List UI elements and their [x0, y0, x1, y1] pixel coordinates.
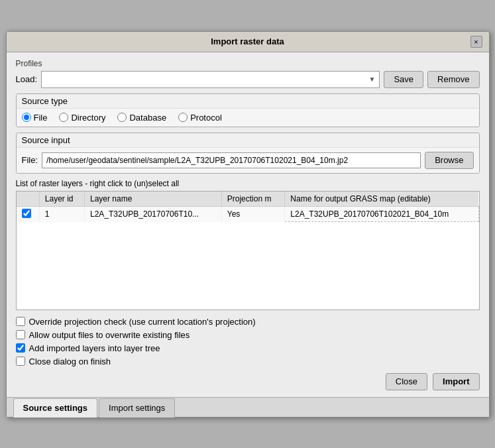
chk-close-on-finish-label: Close dialog on finish — [29, 357, 111, 366]
tab-source-settings[interactable]: Source settings — [13, 398, 98, 418]
col-checkbox — [17, 192, 40, 207]
dialog-title: Import raster data — [25, 36, 470, 46]
remove-button[interactable]: Remove — [427, 71, 479, 88]
source-type-section: Source type File Directory Database Prot… — [16, 93, 480, 127]
bottom-buttons: Close Import — [16, 373, 480, 390]
col-layer-id: Layer id — [39, 192, 84, 207]
chk-add-to-layer-tree-label: Add imported layers into layer tree — [29, 343, 160, 353]
save-button[interactable]: Save — [384, 71, 423, 88]
col-layer-name: Layer name — [84, 192, 221, 207]
col-projection: Projection m — [221, 192, 285, 207]
row-check-cell[interactable] — [17, 206, 40, 222]
row-checkbox[interactable] — [22, 209, 31, 218]
checkbox-override-projection[interactable]: Override projection check (use current l… — [16, 317, 480, 327]
radio-file-input[interactable] — [22, 113, 31, 122]
checkboxes-section: Override projection check (use current l… — [16, 317, 480, 366]
title-bar: Import raster data × — [7, 32, 489, 52]
profiles-label: Profiles — [16, 59, 480, 68]
source-type-label: Source type — [17, 94, 479, 109]
radio-database-label: Database — [129, 113, 166, 123]
radio-database[interactable]: Database — [117, 113, 166, 123]
chk-allow-overwrite-label: Allow output files to overwrite existing… — [29, 330, 190, 340]
dialog-body: Profiles Load: ▼ Save Remove Source type… — [7, 52, 489, 417]
layers-section: List of raster layers - right click to (… — [16, 179, 480, 310]
radio-protocol[interactable]: Protocol — [178, 113, 222, 123]
tab-import-settings[interactable]: Import settings — [99, 398, 175, 418]
checkbox-close-on-finish[interactable]: Close dialog on finish — [16, 357, 480, 366]
radio-file-label: File — [34, 113, 48, 123]
import-button[interactable]: Import — [433, 373, 479, 390]
file-path-display: /home/user/geodata/sentinel/sample/L2A_T… — [42, 152, 421, 168]
checkbox-add-to-layer-tree[interactable]: Add imported layers into layer tree — [16, 343, 480, 353]
radio-database-input[interactable] — [117, 113, 127, 122]
layers-table: Layer id Layer name Projection m Name fo… — [17, 192, 479, 223]
row-layer-name: L2A_T32UPB_20170706T10... — [84, 206, 221, 222]
chk-add-to-layer-tree[interactable] — [16, 343, 25, 353]
layers-label: List of raster layers - right click to (… — [16, 179, 480, 188]
radio-directory-label: Directory — [71, 113, 105, 123]
close-icon[interactable]: × — [470, 36, 482, 48]
profiles-row: Load: ▼ Save Remove — [16, 71, 480, 88]
layers-table-header: Layer id Layer name Projection m Name fo… — [17, 192, 479, 207]
radio-protocol-input[interactable] — [178, 113, 188, 122]
chk-override-projection[interactable] — [16, 317, 25, 326]
chk-override-projection-label: Override projection check (use current l… — [29, 317, 256, 327]
radio-file[interactable]: File — [22, 113, 48, 123]
load-label: Load: — [16, 74, 38, 84]
source-input-label: Source input — [17, 133, 479, 148]
import-raster-dialog: Import raster data × Profiles Load: ▼ Sa… — [6, 31, 490, 418]
radio-protocol-label: Protocol — [190, 113, 222, 123]
chk-close-on-finish[interactable] — [16, 357, 25, 366]
radio-directory[interactable]: Directory — [59, 113, 105, 123]
radio-directory-input[interactable] — [59, 113, 68, 122]
source-input-content: File: /home/user/geodata/sentinel/sample… — [17, 148, 479, 173]
profiles-combo[interactable]: ▼ — [41, 71, 380, 88]
layers-table-wrap[interactable]: Layer id Layer name Projection m Name fo… — [16, 191, 480, 310]
chk-allow-overwrite[interactable] — [16, 330, 25, 339]
combo-arrow-icon: ▼ — [369, 76, 376, 83]
source-input-section: Source input File: /home/user/geodata/se… — [16, 133, 480, 174]
col-output-name: Name for output GRASS map (editable) — [285, 192, 478, 207]
tabs-row: Source settings Import settings — [7, 397, 489, 417]
row-projection: Yes — [221, 206, 285, 222]
source-type-content: File Directory Database Protocol — [17, 109, 479, 127]
file-label: File: — [22, 155, 38, 165]
profiles-section: Profiles Load: ▼ Save Remove — [16, 59, 480, 88]
browse-button[interactable]: Browse — [425, 152, 473, 169]
row-layer-id: 1 — [39, 206, 84, 222]
checkbox-allow-overwrite[interactable]: Allow output files to overwrite existing… — [16, 330, 480, 340]
row-output-name[interactable]: L2A_T32UPB_20170706T102021_B04_10m — [285, 206, 478, 222]
table-row: 1 L2A_T32UPB_20170706T10... Yes L2A_T32U… — [17, 206, 479, 222]
dialog-close-button[interactable]: Close — [386, 373, 427, 390]
layers-table-body: 1 L2A_T32UPB_20170706T10... Yes L2A_T32U… — [17, 206, 479, 222]
